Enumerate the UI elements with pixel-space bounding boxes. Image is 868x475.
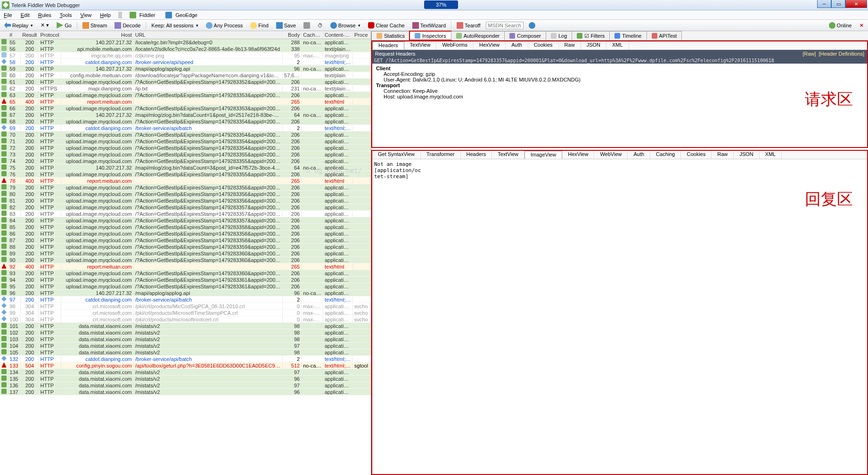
col-body[interactable]: Body: [283, 32, 302, 38]
minimize-button[interactable]: ─: [817, 0, 831, 8]
clear-cache-button[interactable]: Clear Cache: [366, 21, 407, 30]
session-row[interactable]: 66200HTTPupload.image.myqcloud.com/?Acti…: [0, 105, 371, 112]
session-row[interactable]: 82200HTTPupload.image.myqcloud.com/?Acti…: [0, 204, 371, 211]
menu-view[interactable]: View: [79, 12, 94, 18]
session-row[interactable]: 93200HTTPupload.image.myqcloud.com/?Acti…: [0, 270, 371, 277]
menu-fiddler[interactable]: Fiddler: [128, 11, 159, 19]
session-row[interactable]: 135200HTTPdata.mistat.xiaomi.com/mistats…: [0, 376, 371, 382]
session-row[interactable]: 84200HTTPupload.image.myqcloud.com/?Acti…: [0, 217, 371, 224]
restab-auth[interactable]: Auth: [628, 151, 650, 159]
tab-inspectors[interactable]: Inspectors: [409, 31, 451, 40]
reqtab-json[interactable]: JSON: [581, 41, 606, 49]
session-row[interactable]: 96200HTTP140.207.217.32/mapi/applog/appl…: [0, 290, 371, 296]
reqtab-raw[interactable]: Raw: [559, 41, 581, 49]
restab-transformer[interactable]: Transformer: [421, 151, 461, 159]
restab-webview[interactable]: WebView: [594, 151, 628, 159]
msdn-search-input[interactable]: [486, 22, 524, 29]
session-row[interactable]: 68200HTTPupload.image.myqcloud.com/?Acti…: [0, 118, 371, 125]
session-row[interactable]: 94200HTTPupload.image.myqcloud.com/?Acti…: [0, 277, 371, 283]
reqtab-cookies[interactable]: Cookies: [528, 41, 559, 49]
session-row[interactable]: 79200HTTPupload.image.myqcloud.com/?Acti…: [0, 184, 371, 191]
tearoff-button[interactable]: Tearoff: [454, 21, 483, 30]
keep-sessions-dropdown[interactable]: Keep: All sessions: [149, 22, 200, 29]
session-row[interactable]: 85200HTTPupload.image.myqcloud.com/?Acti…: [0, 224, 371, 230]
col-result[interactable]: Result: [21, 32, 39, 38]
col-process[interactable]: Proce: [353, 32, 371, 38]
session-row[interactable]: 56200HTTPapi.mobile.meituan.com/locate/v…: [0, 46, 371, 52]
reqtab-headers[interactable]: Headers: [372, 41, 404, 49]
session-row[interactable]: 78400HTTPreport.meituan.com265text/html: [0, 178, 371, 184]
restab-headers[interactable]: Headers: [461, 151, 492, 159]
session-row[interactable]: 73200HTTPupload.image.myqcloud.com/?Acti…: [0, 151, 371, 158]
session-row[interactable]: 88200HTTPupload.image.myqcloud.com/?Acti…: [0, 244, 371, 250]
session-row[interactable]: 60200HTTPconfig.mobile.meituan.com/downl…: [0, 72, 371, 79]
remove-button[interactable]: ✕▾: [38, 21, 51, 29]
col-url[interactable]: URL: [134, 32, 283, 38]
reqtab-auth[interactable]: Auth: [506, 41, 528, 49]
any-process-button[interactable]: Any Process: [204, 21, 246, 30]
reqtab-xml[interactable]: XML: [606, 41, 629, 49]
menu-geoedge[interactable]: GeoEdge: [164, 11, 201, 19]
col-host[interactable]: Host: [61, 32, 134, 38]
restab-raw[interactable]: Raw: [712, 151, 734, 159]
session-row[interactable]: 102200HTTPdata.mistat.xiaomi.com/mistats…: [0, 329, 371, 336]
close-button[interactable]: ✕: [845, 0, 867, 8]
session-row[interactable]: 92400HTTPreport.meituan.com265text/html: [0, 263, 371, 270]
restab-json[interactable]: JSON: [734, 151, 759, 159]
session-row[interactable]: 105200HTTPdata.mistat.xiaomi.com/mistats…: [0, 349, 371, 356]
session-row[interactable]: 90200HTTPupload.image.myqcloud.com/?Acti…: [0, 257, 371, 263]
reqtab-textview[interactable]: TextView: [404, 41, 437, 49]
tab-autoresponder[interactable]: AutoResponder: [451, 31, 505, 40]
raw-link[interactable]: [Raw] [Header Definitions]: [802, 51, 864, 57]
session-row[interactable]: 104200HTTPdata.mistat.xiaomi.com/mistats…: [0, 343, 371, 349]
session-row[interactable]: 89200HTTPupload.image.myqcloud.com/?Acti…: [0, 250, 371, 257]
menu-file[interactable]: FFileile: [2, 12, 14, 18]
restab-hexview[interactable]: HexView: [562, 151, 594, 159]
session-row[interactable]: 97200HTTPcatdot.dianping.com/broker-serv…: [0, 296, 371, 303]
session-row[interactable]: 83200HTTPupload.image.myqcloud.com/?Acti…: [0, 211, 371, 217]
stream-button[interactable]: Stream: [80, 21, 109, 30]
tab-apitest[interactable]: APITest: [647, 31, 682, 40]
session-row[interactable]: 65400HTTPreport.meituan.com265text/html: [0, 98, 371, 105]
menu-rules[interactable]: Rules: [36, 12, 53, 18]
session-row[interactable]: 72200HTTPupload.image.myqcloud.com/?Acti…: [0, 145, 371, 151]
session-row[interactable]: 133504HTTPconfig.pinyin.sogou.com/api/to…: [0, 362, 371, 369]
session-row[interactable]: 86200HTTPupload.image.myqcloud.com/?Acti…: [0, 230, 371, 237]
session-row[interactable]: 137200HTTPdata.mistat.xiaomi.com/mistats…: [0, 389, 371, 395]
session-row[interactable]: 76200HTTPupload.image.myqcloud.com/?Acti…: [0, 171, 371, 178]
replay-button[interactable]: Replay: [2, 21, 35, 30]
tab-filters[interactable]: ☑ Filters: [572, 31, 610, 40]
session-row[interactable]: 101200HTTPdata.mistat.xiaomi.com/mistats…: [0, 323, 371, 329]
maximize-button[interactable]: ▭: [831, 0, 845, 8]
session-row[interactable]: 95200HTTPupload.image.myqcloud.com/?Acti…: [0, 283, 371, 290]
menu-tools[interactable]: Tools: [58, 12, 74, 18]
session-row[interactable]: 99304HTTPcrl.microsoft.com/pki/crl/produ…: [0, 310, 371, 316]
close-toolbar-button[interactable]: ×: [857, 22, 866, 29]
session-row[interactable]: 75200HTTP140.207.217.32/mapi/mlog/zlog.b…: [0, 164, 371, 171]
session-row[interactable]: 55200HTTP140.207.217.32/locate/rgc.bin?i…: [0, 39, 371, 46]
col-id[interactable]: #: [8, 32, 21, 38]
menu-help[interactable]: Help: [98, 12, 113, 18]
session-row[interactable]: 57200HTTPimgcache.qq.com/zljk/one.png95m…: [0, 52, 371, 59]
timer-button[interactable]: ⏱: [315, 22, 325, 29]
restab-caching[interactable]: Caching: [650, 151, 681, 159]
restab-cookies[interactable]: Cookies: [681, 151, 712, 159]
session-row[interactable]: 103200HTTPdata.mistat.xiaomi.com/mistats…: [0, 336, 371, 343]
save-button[interactable]: Save: [274, 21, 298, 30]
session-row[interactable]: 80200HTTPupload.image.myqcloud.com/?Acti…: [0, 191, 371, 197]
session-row[interactable]: 81200HTTPupload.image.myqcloud.com/?Acti…: [0, 197, 371, 204]
session-row[interactable]: 67200HTTP140.207.217.32/mapi/mlog/zlog.b…: [0, 112, 371, 118]
session-row[interactable]: 70200HTTPupload.image.myqcloud.com/?Acti…: [0, 131, 371, 138]
tab-statistics[interactable]: Statistics: [371, 31, 410, 40]
session-row[interactable]: 61200HTTPupload.image.myqcloud.com/?Acti…: [0, 79, 371, 85]
col-caching[interactable]: Caching: [302, 32, 323, 38]
session-row[interactable]: 98304HTTPcrl.microsoft.com/pki/crl/produ…: [0, 303, 371, 310]
tab-composer[interactable]: Composer: [504, 31, 546, 40]
restab-textview[interactable]: TextView: [492, 151, 524, 159]
find-button[interactable]: Find: [248, 21, 270, 30]
reqtab-webforms[interactable]: WebForms: [436, 41, 474, 49]
tab-timeline[interactable]: Timeline: [609, 31, 647, 40]
session-row[interactable]: 58200HTTPcatdot.dianping.com/broker-serv…: [0, 59, 371, 66]
session-row[interactable]: 71200HTTPupload.image.myqcloud.com/?Acti…: [0, 138, 371, 145]
restab-xml[interactable]: XML: [760, 151, 782, 159]
